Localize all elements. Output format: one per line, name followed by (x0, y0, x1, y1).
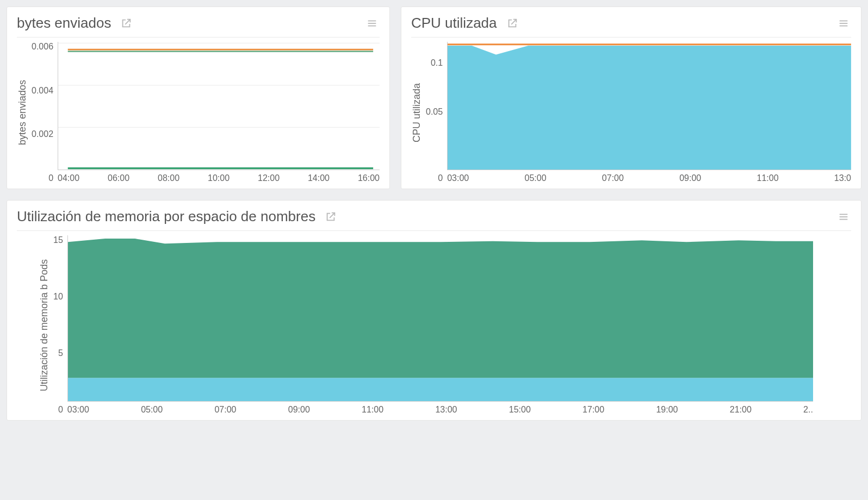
y-tick: 15 (53, 235, 63, 245)
plot-area[interactable] (447, 42, 851, 170)
open-external-icon[interactable] (119, 16, 134, 31)
y-tick: 5 (58, 348, 63, 358)
x-tick: 05:00 (524, 173, 546, 183)
x-axis-ticks: 04:00 06:00 08:00 10:00 12:00 14:00 16:0… (58, 170, 380, 183)
y-axis-label: Utilización de memoria b Pods (39, 235, 50, 415)
x-tick: 13:00 (435, 405, 457, 415)
y-tick: 0.004 (32, 86, 53, 96)
x-tick: 11:00 (362, 405, 383, 415)
open-external-icon[interactable] (505, 16, 520, 31)
x-axis-ticks: 03:00 05:00 07:00 09:00 11:00 13:0 (447, 170, 851, 183)
y-axis-label: bytes enviados (17, 42, 28, 183)
x-tick: 03:00 (447, 173, 469, 183)
x-tick: 04:00 (58, 173, 79, 183)
card-bytes-sent: bytes enviados bytes enviados 0.006 0.00… (7, 7, 390, 189)
y-tick: 0.1 (431, 58, 443, 68)
x-tick: 11:00 (757, 173, 779, 183)
x-tick: 2.. (803, 405, 813, 415)
card-title-memory-by-namespace: Utilización de memoria por espacio de no… (17, 208, 315, 225)
x-tick: 07:00 (214, 405, 236, 415)
x-tick: 09:00 (288, 405, 310, 415)
x-tick: 06:00 (108, 173, 129, 183)
hamburger-menu-icon[interactable] (836, 209, 851, 224)
x-tick: 03:00 (67, 405, 89, 415)
x-tick: 08:00 (158, 173, 179, 183)
y-tick: 0 (438, 173, 443, 183)
card-title-cpu-used: CPU utilizada (411, 15, 497, 32)
x-tick: 14:00 (308, 173, 330, 183)
x-tick: 07:00 (602, 173, 624, 183)
x-tick: 15:00 (509, 405, 531, 415)
card-title-bytes-sent: bytes enviados (17, 15, 111, 32)
y-tick: 0.002 (32, 129, 53, 139)
plot-area[interactable] (58, 42, 380, 170)
chart-memory-by-namespace: Utilización de memoria b Pods 15 10 5 0 (17, 235, 851, 415)
dashboard-grid: bytes enviados bytes enviados 0.006 0.00… (7, 7, 861, 421)
x-tick: 12:00 (258, 173, 280, 183)
x-tick: 10:00 (208, 173, 230, 183)
x-tick: 17:00 (582, 405, 604, 415)
x-tick: 19:00 (656, 405, 678, 415)
open-external-icon[interactable] (323, 209, 338, 224)
hamburger-menu-icon[interactable] (364, 16, 380, 31)
y-axis-ticks: 0.006 0.004 0.002 0 (28, 42, 58, 183)
card-header: bytes enviados (17, 15, 380, 38)
chart-bytes-sent: bytes enviados 0.006 0.004 0.002 0 (17, 42, 380, 183)
x-tick: 21:00 (730, 405, 752, 415)
y-tick: 0 (58, 405, 63, 415)
card-cpu-used: CPU utilizada CPU utilizada 0.1 0.05 0 (401, 7, 861, 189)
plot-area[interactable] (67, 235, 813, 402)
card-header: CPU utilizada (411, 15, 851, 38)
y-tick: 10 (53, 292, 63, 302)
y-axis-ticks: 15 10 5 0 (50, 235, 67, 415)
x-tick: 05:00 (141, 405, 163, 415)
x-tick: 09:00 (679, 173, 701, 183)
y-axis-ticks: 0.1 0.05 0 (423, 42, 447, 183)
chart-cpu-used: CPU utilizada 0.1 0.05 0 03:00 05: (411, 42, 851, 183)
y-axis-label: CPU utilizada (411, 42, 423, 183)
x-axis-ticks: 03:00 05:00 07:00 09:00 11:00 13:00 15:0… (67, 402, 813, 415)
x-tick: 13:0 (834, 173, 851, 183)
y-tick: 0.05 (426, 107, 443, 117)
hamburger-menu-icon[interactable] (836, 16, 851, 31)
y-tick: 0.006 (32, 42, 53, 52)
card-memory-by-namespace: Utilización de memoria por espacio de no… (7, 200, 861, 421)
x-tick: 16:00 (358, 173, 380, 183)
y-tick: 0 (48, 173, 53, 183)
card-header: Utilización de memoria por espacio de no… (17, 208, 851, 231)
